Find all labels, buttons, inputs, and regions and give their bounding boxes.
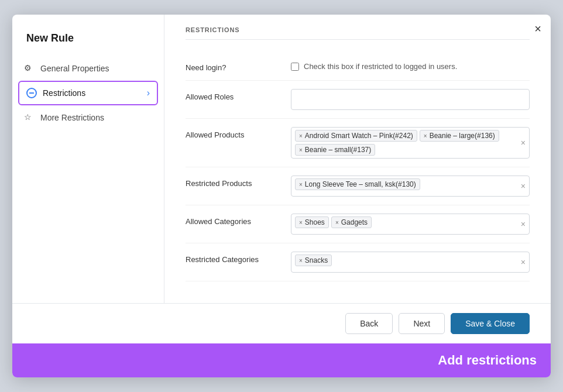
allowed-products-label: Allowed Products — [186, 127, 279, 139]
restricted-categories-input[interactable]: × Snacks × — [291, 252, 530, 273]
sidebar-item-label: General Properties — [40, 64, 109, 73]
tag-remove[interactable]: × — [299, 133, 303, 139]
sidebar-item-more-restrictions[interactable]: More Restrictions — [12, 105, 164, 130]
tag-remove[interactable]: × — [299, 257, 303, 264]
tag-label: Gadgets — [341, 218, 368, 226]
restricted-products-label: Restricted Products — [186, 176, 279, 188]
back-button[interactable]: Back — [345, 313, 393, 334]
clear-restricted-categories[interactable]: × — [521, 257, 526, 267]
chevron-right-icon: › — [147, 88, 150, 98]
tag-item: × Beanie – large(#136) — [420, 130, 499, 142]
tag-item: × Gadgets — [331, 216, 372, 228]
allowed-categories-control: × Shoes × Gadgets × — [291, 214, 530, 235]
allowed-products-input[interactable]: × Android Smart Watch – Pink(#242) × Bea… — [291, 127, 530, 159]
sidebar-item-label: Restrictions — [43, 88, 85, 98]
allowed-roles-control — [291, 89, 530, 110]
tag-item: × Shoes — [295, 216, 329, 228]
tag-remove[interactable]: × — [424, 133, 427, 139]
need-login-label: Need login? — [186, 60, 279, 72]
clear-restricted-products[interactable]: × — [521, 181, 526, 191]
tag-label: Long Sleeve Tee – small, ksk(#130) — [305, 180, 416, 188]
gear-icon — [24, 63, 35, 74]
banner-label: Add restrictions — [438, 353, 537, 367]
save-close-button[interactable]: Save & Close — [451, 313, 530, 334]
allowed-products-row: Allowed Products × Android Smart Watch –… — [186, 119, 530, 167]
tag-label: Snacks — [305, 256, 328, 264]
modal-body: New Rule General Properties Restrictions… — [12, 15, 551, 303]
tag-item: × Long Sleeve Tee – small, ksk(#130) — [295, 178, 420, 190]
tag-remove[interactable]: × — [335, 219, 339, 226]
allowed-categories-row: Allowed Categories × Shoes × Gadgets × — [186, 205, 530, 243]
restricted-products-input[interactable]: × Long Sleeve Tee – small, ksk(#130) × — [291, 176, 530, 197]
tag-item: × Android Smart Watch – Pink(#242) — [295, 130, 417, 142]
tag-item: × Beanie – small(#137) — [295, 144, 375, 156]
close-button[interactable]: × — [534, 23, 541, 35]
modal-footer: Back Next Save & Close — [12, 303, 551, 343]
need-login-checkbox[interactable] — [291, 63, 299, 71]
tag-label: Beanie – large(#136) — [430, 132, 495, 140]
tag-label: Android Smart Watch – Pink(#242) — [305, 132, 413, 140]
allowed-roles-row: Allowed Roles — [186, 81, 530, 119]
sidebar: New Rule General Properties Restrictions… — [12, 15, 164, 303]
main-content: RESTRICTIONS Need login? Check this box … — [164, 15, 551, 303]
need-login-text: Check this box if restricted to logged i… — [304, 62, 457, 71]
clear-allowed-categories[interactable]: × — [521, 219, 526, 229]
restricted-products-control: × Long Sleeve Tee – small, ksk(#130) × — [291, 176, 530, 197]
tag-remove[interactable]: × — [299, 219, 303, 226]
allowed-categories-label: Allowed Categories — [186, 214, 279, 226]
restricted-categories-label: Restricted Categories — [186, 252, 279, 264]
allowed-roles-label: Allowed Roles — [186, 89, 279, 101]
allowed-categories-input[interactable]: × Shoes × Gadgets × — [291, 214, 530, 235]
tag-item: × Snacks — [295, 255, 332, 266]
circle-minus-icon — [26, 88, 37, 98]
need-login-checkbox-label[interactable]: Check this box if restricted to logged i… — [291, 60, 530, 71]
section-title: RESTRICTIONS — [186, 26, 530, 40]
sidebar-item-label: More Restrictions — [40, 113, 104, 122]
sidebar-item-general-properties[interactable]: General Properties — [12, 56, 164, 81]
restricted-products-row: Restricted Products × Long Sleeve Tee – … — [186, 167, 530, 205]
clear-allowed-products[interactable]: × — [521, 138, 526, 147]
star-icon — [24, 112, 35, 123]
modal: × New Rule General Properties Restrictio… — [12, 15, 551, 377]
sidebar-title: New Rule — [12, 26, 164, 56]
restricted-categories-control: × Snacks × — [291, 252, 530, 273]
need-login-control: Check this box if restricted to logged i… — [291, 60, 530, 71]
tag-remove[interactable]: × — [299, 147, 303, 153]
allowed-products-control: × Android Smart Watch – Pink(#242) × Bea… — [291, 127, 530, 159]
tag-remove[interactable]: × — [299, 181, 303, 188]
allowed-roles-input[interactable] — [291, 89, 530, 110]
need-login-row: Need login? Check this box if restricted… — [186, 51, 530, 81]
restricted-categories-row: Restricted Categories × Snacks × — [186, 243, 530, 281]
sidebar-item-restrictions[interactable]: Restrictions › — [18, 81, 158, 105]
add-restrictions-banner: Add restrictions — [12, 343, 551, 377]
tag-label: Shoes — [305, 218, 325, 226]
tag-label: Beanie – small(#137) — [305, 146, 371, 154]
next-button[interactable]: Next — [399, 313, 445, 334]
